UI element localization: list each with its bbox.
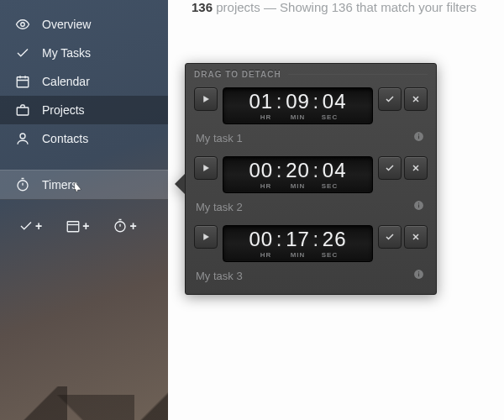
complete-button[interactable] <box>378 156 402 180</box>
time-min: 09 <box>284 90 312 113</box>
sidebar-item-label: Overview <box>42 18 91 31</box>
sidebar-item-label: Calendar <box>42 75 90 88</box>
time-sec: 04 <box>320 159 349 182</box>
timer-task-name: My task 3 <box>196 270 243 282</box>
info-icon <box>413 131 424 142</box>
divider <box>288 74 428 75</box>
sidebar-item-label: My Tasks <box>42 46 91 60</box>
quick-add-timer[interactable]: + <box>113 218 136 234</box>
close-icon <box>411 232 421 242</box>
project-count: 136 <box>192 0 213 14</box>
cursor-pointer-icon <box>71 181 84 195</box>
play-button[interactable] <box>194 225 218 249</box>
timers-popover: DRAG TO DETACH 01: 09: 04 HR MIN <box>185 63 437 295</box>
sidebar-item-calendar[interactable]: Calendar <box>0 67 168 96</box>
timers-panel[interactable]: DRAG TO DETACH 01: 09: 04 HR MIN <box>185 63 437 295</box>
svg-rect-14 <box>418 273 419 276</box>
play-icon <box>201 163 211 173</box>
panel-title-text: DRAG TO DETACH <box>194 70 281 79</box>
time-sec: 04 <box>320 90 349 113</box>
plus-icon: + <box>35 219 42 233</box>
calendar-icon <box>66 218 81 234</box>
unit-sec: SEC <box>314 182 346 190</box>
info-icon <box>413 200 424 211</box>
sidebar: Overview My Tasks Calendar Projects Cont… <box>0 0 168 420</box>
panel-drag-handle[interactable]: DRAG TO DETACH <box>186 64 436 84</box>
calendar-icon <box>15 74 30 89</box>
time-hr: 00 <box>247 159 276 182</box>
check-icon <box>385 232 395 242</box>
play-icon <box>201 94 211 104</box>
plus-icon: + <box>129 219 136 233</box>
stopwatch-icon <box>15 177 30 192</box>
user-icon <box>15 131 30 146</box>
unit-min: MIN <box>282 113 314 121</box>
cancel-button[interactable] <box>404 156 428 180</box>
unit-hr: HR <box>250 182 282 190</box>
complete-button[interactable] <box>378 225 402 249</box>
plus-icon: + <box>82 219 89 233</box>
time-min: 17 <box>284 228 312 251</box>
svg-rect-12 <box>418 202 419 203</box>
svg-point-3 <box>20 134 25 139</box>
info-icon <box>413 269 424 280</box>
time-min: 20 <box>284 159 312 182</box>
time-hr: 00 <box>247 228 276 251</box>
unit-min: MIN <box>282 182 314 190</box>
quick-add-event[interactable]: + <box>66 218 89 234</box>
results-summary-text: projects — Showing 136 that match your f… <box>213 0 476 14</box>
svg-rect-8 <box>418 135 419 139</box>
sidebar-item-timers[interactable]: Timers <box>0 170 168 200</box>
popover-arrow <box>175 174 185 194</box>
info-button[interactable] <box>413 200 424 213</box>
play-button[interactable] <box>194 87 218 111</box>
unit-sec: SEC <box>314 251 346 259</box>
time-sec: 26 <box>320 228 349 251</box>
sidebar-item-overview[interactable]: Overview <box>0 10 168 39</box>
svg-rect-15 <box>418 271 419 272</box>
close-icon <box>411 94 421 104</box>
timer-row: 00: 17: 26 HR MIN SEC <box>191 222 431 287</box>
unit-min: MIN <box>282 251 314 259</box>
complete-button[interactable] <box>378 87 402 111</box>
briefcase-icon <box>15 102 30 118</box>
play-icon <box>201 232 211 242</box>
sidebar-item-label: Projects <box>42 103 85 117</box>
svg-rect-1 <box>17 77 29 87</box>
results-summary: 136 projects — Showing 136 that match yo… <box>192 0 504 14</box>
sidebar-item-projects[interactable]: Projects <box>0 96 168 124</box>
check-icon <box>15 45 30 60</box>
stopwatch-icon <box>113 218 128 234</box>
timer-task-name: My task 2 <box>196 201 243 213</box>
unit-hr: HR <box>250 251 282 259</box>
sidebar-item-mytasks[interactable]: My Tasks <box>0 39 168 67</box>
svg-rect-11 <box>418 204 419 207</box>
cancel-button[interactable] <box>404 225 428 249</box>
info-button[interactable] <box>413 131 424 144</box>
time-display: 01: 09: 04 HR MIN SEC <box>223 87 373 124</box>
quick-add-row: + + + <box>0 200 168 234</box>
timer-row: 00: 20: 04 HR MIN SEC <box>191 153 431 218</box>
time-display: 00: 17: 26 HR MIN SEC <box>223 225 373 262</box>
cancel-button[interactable] <box>404 87 428 111</box>
check-icon <box>385 163 395 173</box>
sidebar-item-contacts[interactable]: Contacts <box>0 124 168 153</box>
eye-icon <box>15 17 30 32</box>
svg-point-0 <box>21 23 25 27</box>
svg-rect-9 <box>418 134 419 134</box>
play-button[interactable] <box>194 156 218 180</box>
timer-task-name: My task 1 <box>196 132 243 144</box>
unit-sec: SEC <box>314 113 346 121</box>
svg-rect-2 <box>17 108 29 115</box>
svg-rect-5 <box>67 222 79 232</box>
unit-hr: HR <box>250 113 282 121</box>
sidebar-item-label: Contacts <box>42 132 88 145</box>
close-icon <box>411 163 421 173</box>
time-hr: 01 <box>247 90 276 113</box>
time-display: 00: 20: 04 HR MIN SEC <box>223 156 373 193</box>
check-icon <box>18 218 34 234</box>
info-button[interactable] <box>413 269 424 282</box>
quick-add-task[interactable]: + <box>18 218 42 234</box>
timer-row: 01: 09: 04 HR MIN SEC <box>191 84 431 150</box>
check-icon <box>385 94 395 104</box>
